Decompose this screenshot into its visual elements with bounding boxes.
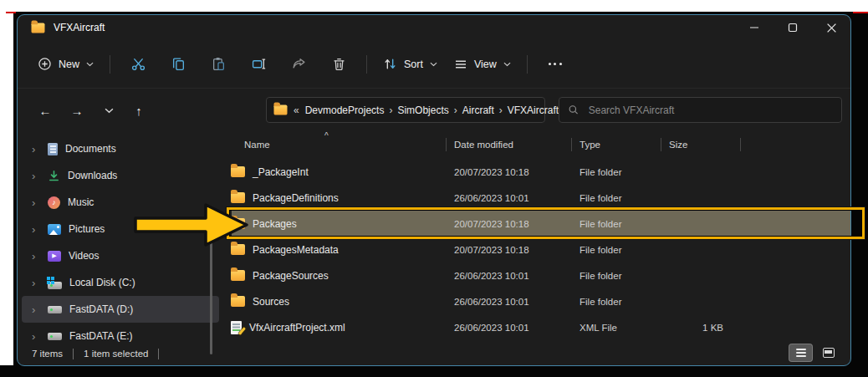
chevron-down-icon bbox=[430, 62, 437, 67]
back-button[interactable]: ← bbox=[31, 98, 59, 123]
file-type: XML File bbox=[571, 323, 661, 333]
column-header-name[interactable]: Name ^ bbox=[224, 134, 446, 155]
expand-chevron-icon[interactable]: › bbox=[32, 224, 40, 235]
new-button[interactable]: New bbox=[29, 51, 102, 77]
address-bar[interactable]: « DevmodeProjects › SimObjects › Aircraf… bbox=[266, 97, 545, 123]
file-type: File folder bbox=[571, 271, 661, 281]
documents-icon bbox=[48, 143, 58, 155]
drive-icon bbox=[48, 333, 62, 340]
music-note-glyph: ♪ bbox=[52, 198, 56, 206]
sort-icon bbox=[383, 57, 397, 71]
more-options-button[interactable] bbox=[539, 50, 572, 79]
pictures-icon bbox=[48, 224, 61, 235]
sidebar-scrollbar[interactable] bbox=[210, 232, 212, 354]
minimize-button[interactable] bbox=[735, 15, 774, 40]
breadcrumb-overflow[interactable]: « bbox=[294, 104, 299, 116]
search-input[interactable] bbox=[587, 104, 833, 117]
column-header-date[interactable]: Date modified bbox=[446, 134, 571, 155]
highlight-rectangle-annotation bbox=[227, 207, 865, 239]
breadcrumb-separator: › bbox=[499, 104, 503, 116]
column-headers: Name ^ Date modified Type Size bbox=[224, 134, 850, 155]
thumbnail-view-button[interactable] bbox=[817, 344, 840, 361]
expand-chevron-icon[interactable]: › bbox=[32, 171, 40, 181]
breadcrumb-item[interactable]: VFXAircraft bbox=[508, 104, 559, 116]
expand-chevron-icon[interactable]: › bbox=[32, 251, 40, 262]
file-date: 20/07/2023 10:18 bbox=[446, 167, 571, 177]
view-button[interactable]: View bbox=[446, 52, 519, 77]
sidebar-item-label: FastDATA (D:) bbox=[69, 303, 133, 315]
file-name: VfxAircraftProject.xml bbox=[249, 322, 345, 334]
breadcrumb-item[interactable]: DevmodeProjects bbox=[305, 104, 385, 116]
selection-count: 1 item selected bbox=[84, 349, 148, 359]
breadcrumb-item[interactable]: SimObjects bbox=[397, 104, 448, 116]
play-glyph: ▶ bbox=[52, 252, 56, 259]
sidebar-item-fastdata-d[interactable]: › FastDATA (D:) bbox=[22, 296, 219, 323]
file-row[interactable]: VfxAircraftProject.xml 26/06/2023 10:01 … bbox=[224, 314, 850, 340]
status-divider bbox=[73, 349, 74, 359]
sidebar-item-documents[interactable]: › Documents bbox=[18, 135, 223, 162]
up-button[interactable]: ↑ bbox=[125, 98, 153, 123]
minimize-icon bbox=[749, 23, 759, 33]
file-row[interactable]: Sources 26/06/2023 10:01 File folder bbox=[224, 288, 850, 314]
new-button-label: New bbox=[59, 59, 79, 70]
file-name: Sources bbox=[253, 296, 289, 308]
breadcrumb-separator: › bbox=[454, 104, 457, 116]
sidebar-item-local-disk-c[interactable]: › Local Disk (C:) bbox=[18, 269, 223, 296]
chevron-down-icon bbox=[86, 62, 94, 67]
file-row[interactable]: PackageSources 26/06/2023 10:01 File fol… bbox=[224, 262, 850, 288]
expand-chevron-icon[interactable]: › bbox=[32, 144, 40, 155]
file-type: File folder bbox=[571, 245, 661, 255]
file-date: 26/06/2023 10:01 bbox=[446, 297, 571, 307]
file-type: File folder bbox=[571, 167, 661, 177]
close-button[interactable] bbox=[812, 15, 850, 40]
window-title: VFXAircraft bbox=[54, 22, 105, 33]
sort-button[interactable]: Sort bbox=[375, 51, 446, 77]
search-icon bbox=[568, 104, 580, 116]
forward-button[interactable]: → bbox=[63, 98, 91, 123]
column-header-size[interactable]: Size bbox=[661, 134, 740, 155]
crop-mark-right bbox=[853, 12, 868, 13]
share-button[interactable] bbox=[282, 50, 315, 79]
file-size: 1 KB bbox=[661, 323, 740, 333]
up-icon: ↑ bbox=[135, 104, 142, 118]
chevron-down-icon bbox=[105, 108, 114, 114]
search-box[interactable] bbox=[559, 97, 842, 123]
toolbar-separator bbox=[527, 55, 528, 74]
sidebar-item-downloads[interactable]: › Downloads bbox=[18, 162, 223, 189]
file-row[interactable]: _PackageInt 20/07/2023 10:18 File folder bbox=[224, 159, 850, 185]
view-list-icon bbox=[454, 58, 467, 71]
delete-button[interactable] bbox=[322, 50, 355, 79]
copy-button[interactable] bbox=[161, 50, 195, 79]
expand-chevron-icon[interactable]: › bbox=[32, 304, 40, 315]
rename-button[interactable] bbox=[242, 50, 275, 79]
column-header-type[interactable]: Type bbox=[571, 134, 661, 155]
status-bar: 7 items 1 item selected bbox=[18, 343, 850, 364]
details-view-button[interactable] bbox=[789, 344, 812, 361]
ellipsis-icon bbox=[549, 63, 562, 65]
breadcrumb-item[interactable]: Aircraft bbox=[462, 104, 494, 116]
forward-icon: → bbox=[71, 104, 84, 118]
local-disk-icon bbox=[48, 277, 62, 289]
sidebar-item-label: Music bbox=[68, 196, 94, 208]
expand-chevron-icon[interactable]: › bbox=[32, 278, 40, 288]
file-row[interactable]: PackagesMetadata 20/07/2023 10:18 File f… bbox=[224, 237, 850, 262]
folder-icon bbox=[231, 296, 245, 307]
file-name: _PackageInt bbox=[253, 166, 309, 178]
crop-mark-left bbox=[6, 12, 16, 13]
back-icon: ← bbox=[39, 104, 52, 118]
cut-button[interactable] bbox=[121, 50, 155, 79]
sort-ascending-icon: ^ bbox=[324, 131, 329, 140]
file-name: PackageDefinitions bbox=[253, 192, 339, 204]
expand-chevron-icon[interactable]: › bbox=[32, 331, 40, 342]
title-bar: VFXAircraft bbox=[18, 15, 850, 40]
maximize-button[interactable] bbox=[774, 15, 812, 40]
paste-button[interactable] bbox=[202, 50, 235, 79]
explorer-window: VFXAircraft New bbox=[17, 14, 851, 366]
command-bar: New Sort View bbox=[18, 40, 850, 89]
expand-chevron-icon[interactable]: › bbox=[32, 197, 40, 208]
sidebar-item-label: Videos bbox=[69, 250, 99, 262]
recent-locations-button[interactable] bbox=[94, 98, 123, 123]
file-date: 20/07/2023 10:18 bbox=[446, 245, 571, 255]
arrow-annotation bbox=[130, 201, 253, 248]
toolbar-separator bbox=[110, 55, 110, 74]
